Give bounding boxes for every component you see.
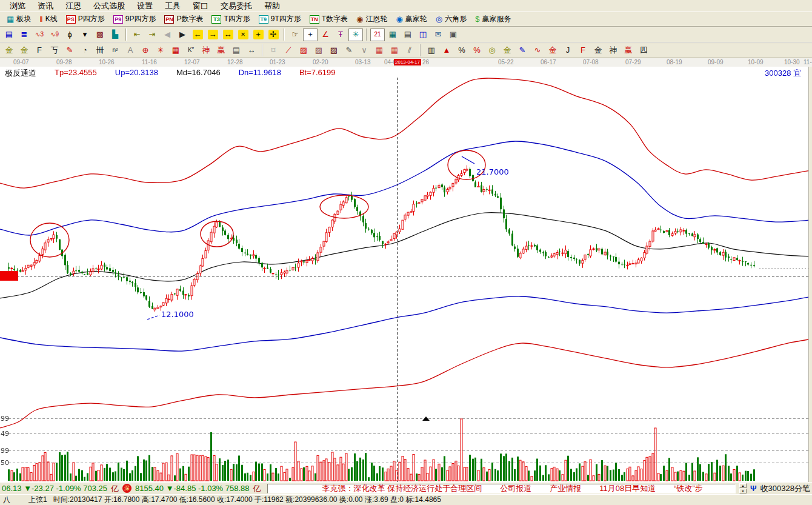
k-marks-icon[interactable]: K″ — [184, 44, 198, 57]
menu-item-5[interactable]: 设置 — [131, 0, 159, 12]
ticker-spinner[interactable]: ▲ ▼ — [739, 483, 747, 493]
info-doc-icon[interactable]: ≣ — [17, 28, 32, 41]
fence-icon[interactable]: 卌 — [93, 44, 107, 57]
t-square-button[interactable]: T3T四方形 — [207, 13, 254, 25]
shen-fence-icon[interactable]: 神 — [199, 44, 213, 57]
t-table-button[interactable]: TNT数字表 — [305, 13, 352, 25]
9t-square-button[interactable]: T99T四方形 — [255, 13, 305, 25]
menu-item-6[interactable]: 工具 — [159, 0, 187, 12]
fan-box-icon[interactable]: ▨ — [296, 44, 311, 57]
candle-style-icon[interactable]: ɸ — [62, 28, 77, 41]
gold-square2-icon[interactable]: 金 — [17, 44, 32, 57]
red-target-icon[interactable]: ⊕ — [138, 44, 153, 57]
crosshair-tool-icon[interactable]: + — [303, 28, 318, 41]
frame-tool-icon[interactable]: ⌑ — [266, 44, 281, 57]
percent-line-icon[interactable]: % — [470, 44, 484, 57]
gann-wheel-button[interactable]: ◉江恩轮 — [352, 13, 391, 25]
width-arrows-icon[interactable]: ↔ — [244, 44, 259, 57]
fan-box2-icon[interactable]: ▨ — [311, 44, 326, 57]
pattern-icon[interactable]: ▩ — [93, 28, 107, 41]
boards-button[interactable]: ▦板块 — [2, 13, 35, 25]
main-chart-canvas[interactable] — [0, 67, 812, 482]
news-item-5[interactable]: “铁改”步 — [674, 484, 703, 493]
send-icon[interactable]: ✉ — [431, 28, 445, 41]
calendar-icon[interactable]: 21 — [370, 28, 385, 41]
time-circle-icon[interactable]: ◔ — [78, 44, 92, 57]
menu-item-3[interactable]: 江恩 — [59, 0, 87, 12]
flower-tool-icon[interactable]: ✳ — [348, 28, 363, 41]
hook-tool-icon[interactable]: 丂 — [47, 44, 62, 57]
news-item-3[interactable]: 产业情报 — [550, 484, 581, 493]
menu-item-1[interactable]: 浏览 — [4, 0, 32, 12]
hand-tool-icon[interactable]: ☞ — [288, 28, 302, 41]
gold-angle-icon[interactable]: 金 — [591, 44, 605, 57]
spinner-down-icon[interactable]: ▼ — [739, 489, 747, 493]
diamond-hrange-icon[interactable]: ↔ — [221, 28, 235, 41]
grid-123-icon[interactable]: ▤ — [229, 44, 244, 57]
gold-line-icon[interactable]: 金 — [500, 44, 514, 57]
n2-icon[interactable]: n² — [108, 44, 122, 57]
winner-service-button[interactable]: $赢家服务 — [471, 13, 515, 25]
first-bar-icon[interactable]: ⇤ — [130, 28, 144, 41]
wave-9-icon[interactable]: ∿9 — [47, 28, 62, 41]
kline-button[interactable]: ǁK线 — [35, 13, 61, 25]
p-table-button[interactable]: PNP数字表 — [160, 13, 207, 25]
news-ticker[interactable]: 李克强：深化改革 保持经济运行处于合理区间公司报道产业情报11月08日早知道“铁… — [267, 484, 736, 493]
menu-item-9[interactable]: 帮助 — [258, 0, 286, 12]
red-grid3-icon[interactable]: ▦ — [387, 44, 402, 57]
calculator-icon[interactable]: ▦ — [385, 28, 400, 41]
triangle-pct-icon[interactable]: ▲ — [439, 44, 454, 57]
hexagon-button[interactable]: ◎六角形 — [431, 13, 471, 25]
last-bar-icon[interactable]: ⇥ — [145, 28, 159, 41]
news-item-4[interactable]: 11月08日早知道 — [599, 484, 656, 493]
9p-square-button[interactable]: P99P四方形 — [109, 13, 161, 25]
pen-flag-icon[interactable]: ✎ — [62, 44, 77, 57]
percent-icon[interactable]: % — [454, 44, 469, 57]
slashes-icon[interactable]: ⫽ — [402, 44, 417, 57]
next-bar-icon[interactable]: ▶ — [175, 28, 190, 41]
levels-icon[interactable]: ▥ — [424, 44, 439, 57]
winner-wheel-button[interactable]: ◉赢家轮 — [391, 13, 431, 25]
diamond-center-icon[interactable]: ✢ — [266, 28, 281, 41]
menu-item-4[interactable]: 公式选股 — [87, 0, 131, 12]
save-icon[interactable]: ◫ — [416, 28, 430, 41]
prev-bar-icon[interactable]: ◀ — [160, 28, 175, 41]
gold-red-line-icon[interactable]: 金 — [545, 44, 560, 57]
diamond-collapse-icon[interactable]: × — [236, 28, 250, 41]
wave-3-icon[interactable]: ∿3 — [32, 28, 47, 41]
si-angle-icon[interactable]: 四 — [636, 44, 651, 57]
f-angle-icon[interactable]: F — [576, 44, 590, 57]
p-square-button[interactable]: PSP四方形 — [62, 13, 109, 25]
notepad-icon[interactable]: ▤ — [401, 28, 415, 41]
quote-panel-icon[interactable]: ▤ — [2, 28, 16, 41]
circle-gold-icon[interactable]: ◎ — [485, 44, 499, 57]
red-grid-icon[interactable]: ▦ — [168, 44, 183, 57]
diamond-left-icon[interactable]: ← — [190, 28, 205, 41]
red-grid2-icon[interactable]: ▦ — [372, 44, 387, 57]
gann-tool-icon[interactable]: Ŧ — [333, 28, 348, 41]
wave-a-icon[interactable]: ∿ — [530, 44, 545, 57]
shen-angle-icon[interactable]: 神 — [606, 44, 621, 57]
menu-item-2[interactable]: 资讯 — [32, 0, 59, 12]
gold-square-icon[interactable]: 金 — [2, 44, 16, 57]
menu-item-7[interactable]: 窗口 — [187, 0, 215, 12]
diamond-right-icon[interactable]: → — [205, 28, 220, 41]
spinner-up-icon[interactable]: ▲ — [739, 483, 747, 488]
candle-dropdown-icon[interactable]: ▾ — [78, 28, 92, 41]
dark-fan-icon[interactable]: ▨ — [327, 44, 341, 57]
j-angle-icon[interactable]: J — [561, 44, 575, 57]
pencil-slash-icon[interactable]: ✎ — [342, 44, 356, 57]
news-item-2[interactable]: 公司报道 — [500, 484, 531, 493]
blue-pen-icon[interactable]: ✎ — [515, 44, 530, 57]
volume-profile-icon[interactable]: ▙ — [108, 28, 122, 41]
workstation-icon[interactable]: ▣ — [446, 28, 461, 41]
fan-lines-icon[interactable]: ⟋ — [281, 44, 296, 57]
v-dots-icon[interactable]: ∨ — [357, 44, 371, 57]
menu-item-8[interactable]: 交易委托 — [215, 0, 258, 12]
f-tool-icon[interactable]: F — [32, 44, 47, 57]
chart-right-scrollbar[interactable] — [808, 67, 812, 482]
news-item-1[interactable]: 李克强：深化改革 保持经济运行处于合理区间 — [322, 484, 482, 493]
ying-angle-icon[interactable]: 赢 — [621, 44, 636, 57]
angle-tool-icon[interactable]: ∠ — [318, 28, 333, 41]
angle-a-icon[interactable]: A — [123, 44, 138, 57]
